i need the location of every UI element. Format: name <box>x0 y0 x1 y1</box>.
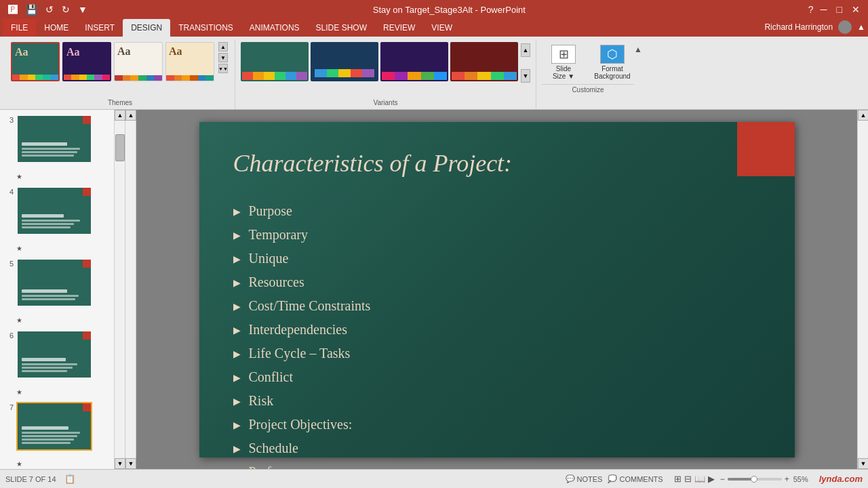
bullet-purpose: ▶ Purpose <box>233 203 761 219</box>
canvas-right-scroll-up[interactable]: ▲ <box>858 110 868 121</box>
slideshow-view-icon[interactable]: ▶ <box>708 474 715 484</box>
redo-button[interactable]: ↻ <box>59 3 73 16</box>
tab-review[interactable]: REVIEW <box>375 19 423 37</box>
slide-thumb-6 <box>18 331 91 378</box>
variant-scroll-down[interactable]: ▼ <box>521 69 530 83</box>
zoom-control: − + 55% <box>720 474 808 484</box>
variant-scroll-arrows: ▲ ▼ <box>521 42 530 84</box>
format-background-button[interactable]: ⬡ FormatBackground <box>591 42 634 83</box>
slide-bullet-list: ▶ Purpose ▶ Temporary ▶ Unique ▶ Resourc… <box>233 203 761 470</box>
zoom-in-button[interactable]: + <box>785 474 789 484</box>
slide-item-5[interactable]: 5 <box>3 256 111 326</box>
comments-icon: 💭 <box>608 474 617 483</box>
variant-3[interactable] <box>380 42 448 81</box>
slide-thumb-7 <box>18 403 91 449</box>
reading-view-icon[interactable]: 📖 <box>694 474 705 484</box>
variant-4[interactable] <box>450 42 518 81</box>
slide-num-4: 4 <box>4 188 14 196</box>
slide-num-5: 5 <box>4 260 14 268</box>
bullet-text-12: Performance <box>249 464 318 470</box>
theme-1[interactable]: Aa <box>11 42 60 81</box>
tab-home[interactable]: HOME <box>36 19 77 37</box>
bullet-text-7: Life Cycle – Tasks <box>249 346 351 361</box>
slide-num-3: 3 <box>4 116 14 124</box>
tab-design[interactable]: DESIGN <box>123 19 170 37</box>
bullet-schedule: ▶ Schedule <box>233 441 761 456</box>
save-button[interactable]: 💾 <box>23 3 40 16</box>
slide-thumb-3 <box>18 116 91 162</box>
slide-star-6: ★ <box>16 388 92 396</box>
tab-view[interactable]: VIEW <box>423 19 460 37</box>
bullet-performance: ▶ Performance <box>233 464 761 470</box>
theme-scroll-arrows: ▲ ▼ ▼▼ <box>217 42 229 73</box>
canvas-scroll-up[interactable]: ▲ <box>125 110 136 121</box>
canvas-scroll-down[interactable]: ▼ <box>125 458 136 469</box>
tab-slideshow[interactable]: SLIDE SHOW <box>308 19 375 37</box>
slide-item-4[interactable]: 4 <box>3 184 111 254</box>
canvas-area[interactable]: ▲ ▼ Characteristics of a Project: ▶ Purp… <box>125 110 868 469</box>
variants-label: Variants <box>241 98 530 109</box>
slide-item-7[interactable]: 7 <box>3 400 111 469</box>
tab-transitions[interactable]: TRANSITIONS <box>170 19 241 37</box>
panel-scroll-track[interactable] <box>115 121 125 458</box>
quick-access-toolbar: 🅿 💾 ↺ ↻ ▼ <box>5 3 90 16</box>
bullet-text-3: Unique <box>249 251 289 266</box>
tab-file[interactable]: FILE <box>3 19 36 37</box>
slide-item-6[interactable]: 6 <box>3 328 111 398</box>
variant-1[interactable] <box>241 42 309 81</box>
ribbon-collapse-arrow[interactable]: ▲ <box>857 22 865 32</box>
canvas-right-scroll-track[interactable] <box>858 121 868 458</box>
variant-scroll-up[interactable]: ▲ <box>521 43 530 57</box>
customize-section: ⊞ SlideSize ▼ ⬡ FormatBackground Customi… <box>536 39 648 109</box>
theme-3[interactable]: Aa <box>114 42 163 81</box>
bullet-arrow-7: ▶ <box>233 348 241 360</box>
panel-scroll-up[interactable]: ▲ <box>115 110 125 121</box>
undo-button[interactable]: ↺ <box>43 3 56 16</box>
bullet-arrow-9: ▶ <box>233 396 241 407</box>
themes-label: Themes <box>11 98 229 109</box>
restore-button[interactable]: ─ <box>818 3 830 16</box>
slide-star-3: ★ <box>16 173 92 180</box>
bullet-arrow-1: ▶ <box>233 206 241 218</box>
maximize-button[interactable]: □ <box>834 3 845 16</box>
bullet-lifecycle: ▶ Life Cycle – Tasks <box>233 346 761 361</box>
variant-2[interactable] <box>311 42 378 81</box>
bullet-unique: ▶ Unique <box>233 251 761 266</box>
variants-grid <box>241 42 518 81</box>
slide-title[interactable]: Characteristics of a Project: <box>233 149 713 178</box>
bullet-cost-time: ▶ Cost/Time Constraints <box>233 298 761 314</box>
tab-animations[interactable]: ANIMATIONS <box>241 19 308 37</box>
zoom-out-button[interactable]: − <box>720 474 725 484</box>
user-name: Richard Harrington <box>764 22 833 32</box>
tab-insert[interactable]: INSERT <box>77 19 123 37</box>
theme-2[interactable]: Aa <box>62 42 111 81</box>
canvas-right-scroll-down[interactable]: ▼ <box>858 458 868 469</box>
comments-label: COMMENTS <box>619 475 663 483</box>
normal-view-icon[interactable]: ⊞ <box>674 474 682 484</box>
comments-button[interactable]: 💭 COMMENTS <box>608 474 663 483</box>
close-button[interactable]: ✕ <box>849 3 863 16</box>
help-button[interactable]: ? <box>808 4 814 15</box>
slide-canvas[interactable]: Characteristics of a Project: ▶ Purpose … <box>199 122 795 458</box>
theme-scroll-down[interactable]: ▼ <box>218 53 228 62</box>
slide-size-button[interactable]: ⊞ SlideSize ▼ <box>542 42 585 83</box>
zoom-bar[interactable] <box>728 478 782 481</box>
bullet-text-8: Conflict <box>249 369 294 385</box>
bullet-conflict: ▶ Conflict <box>233 369 761 385</box>
panel-scroll-down[interactable]: ▼ <box>115 458 125 469</box>
ribbon-collapse-top[interactable]: ▲ <box>634 45 642 54</box>
theme-4[interactable]: Aa <box>165 42 214 81</box>
quick-access-more[interactable]: ▼ <box>75 3 90 16</box>
bullet-risk: ▶ Risk <box>233 393 761 409</box>
slide-star-7: ★ <box>16 460 92 468</box>
bullet-text-9: Risk <box>249 393 274 409</box>
slide-item-3[interactable]: 3 <box>3 113 111 182</box>
notes-button[interactable]: 💬 NOTES <box>566 474 603 483</box>
bullet-arrow-8: ▶ <box>233 372 241 384</box>
theme-scroll-up[interactable]: ▲ <box>218 42 228 52</box>
theme-scroll-more[interactable]: ▼▼ <box>218 64 228 73</box>
slide-sorter-icon[interactable]: ⊟ <box>684 474 692 484</box>
lynda-logo: lynda.com <box>819 474 863 484</box>
canvas-scroll-track-left[interactable] <box>125 121 136 458</box>
bullet-arrow-3: ▶ <box>233 253 241 265</box>
